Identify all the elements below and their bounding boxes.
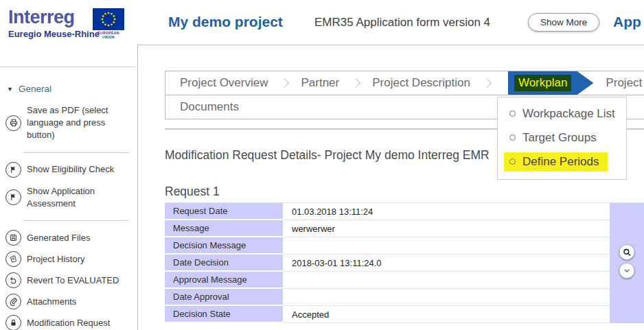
menu-item-workpackage-list[interactable]: Workpackage List	[498, 102, 626, 126]
table-row-value: werwerwer	[283, 220, 610, 237]
table-row-label: Request Date	[165, 203, 283, 220]
sidebar: Save as PDF (select language and press b…	[4, 101, 136, 330]
bullet-icon	[509, 134, 516, 141]
table-row-label: Decision State	[165, 306, 283, 323]
menu-item-define-periods[interactable]: Define Periods	[498, 150, 626, 174]
eu-flag: EUROPEAN UNION	[93, 8, 124, 39]
flag-icon	[5, 189, 21, 205]
logo-subtitle: Euregio Meuse-Rhine	[8, 29, 100, 39]
printer-icon	[5, 115, 21, 131]
table-row-value	[283, 237, 610, 255]
magnifier-icon	[622, 248, 632, 257]
floppy-icon	[5, 230, 21, 246]
table-row-label: Date Decision	[165, 255, 283, 272]
tab-project-description[interactable]: Project Description	[372, 76, 470, 90]
table-row-value	[283, 272, 610, 289]
table-row-label: Message	[165, 220, 283, 237]
tab-partner[interactable]: Partner	[301, 76, 339, 90]
sidebar-item-label: Revert To EVALUATED	[27, 274, 128, 287]
sidebar-item-label: Project History	[27, 253, 128, 266]
sidebar-item-project-history[interactable]: Project History	[5, 251, 136, 268]
eu-flag-icon	[93, 8, 124, 30]
page-title: My demo project	[168, 14, 283, 30]
menu-item-label: Target Groups	[522, 131, 597, 145]
sidebar-item-attachments[interactable]: Attachments	[5, 294, 136, 310]
sidebar-item-save-as-pdf[interactable]: Save as PDF (select language and press b…	[5, 104, 136, 142]
table-row-value: Accepted	[283, 306, 610, 323]
request-details-table: Request Date 01.03.2018 13:11:24 Message…	[165, 202, 644, 323]
sidebar-item-eligibility-check[interactable]: Show Eligibility Check	[5, 162, 136, 178]
menu-item-label: Workpackage List	[522, 107, 615, 121]
sidebar-item-revert-to-evaluated[interactable]: Revert To EVALUATED	[5, 272, 136, 289]
highlighted-menu-item: Define Periods	[504, 152, 608, 172]
tab-documents[interactable]: Documents	[180, 100, 239, 114]
caret-down-icon: ▼	[7, 86, 13, 93]
undo-icon	[5, 272, 21, 288]
collapse-button[interactable]	[619, 263, 635, 279]
workplan-dropdown-menu: Workpackage List Target Groups Define Pe…	[497, 97, 627, 180]
logo-title: Interreg	[8, 8, 100, 27]
tab-project-partial[interactable]: Project	[606, 76, 642, 90]
sidebar-section-label: General	[19, 84, 51, 94]
sidebar-divider	[23, 220, 129, 221]
tab-project-overview[interactable]: Project Overview	[180, 76, 268, 90]
sidebar-item-label: Generated Files	[27, 232, 128, 244]
paperclip-icon	[5, 294, 21, 309]
request-title: Request 1	[165, 185, 220, 199]
chevron-right-icon	[482, 78, 492, 88]
lock-icon	[5, 315, 21, 330]
flag-icon	[5, 162, 21, 178]
bullet-icon	[509, 158, 516, 165]
table-row-label: Date Approval	[165, 289, 283, 306]
menu-item-target-groups[interactable]: Target Groups	[498, 126, 626, 150]
table-row-label: Decision Message	[165, 237, 283, 255]
sidebar-section-general[interactable]: ▼ General	[7, 84, 51, 94]
table-actions-column	[610, 203, 644, 323]
sidebar-item-modification-request[interactable]: Modification Request	[5, 315, 136, 330]
chevron-right-icon	[279, 78, 289, 88]
nav-tab-row-1: Project Overview Partner Project Descrip…	[165, 71, 644, 95]
active-tab-label: Workplan	[514, 75, 572, 91]
magnifier-button[interactable]	[619, 244, 635, 260]
sidebar-item-label: Modification Request	[27, 317, 128, 329]
app-action-link[interactable]: App	[613, 14, 641, 30]
table-row-value: 01.03.2018 13:11:24	[283, 203, 610, 220]
sidebar-item-label: Show Eligibility Check	[27, 163, 128, 176]
eu-flag-label: EUROPEAN UNION	[93, 31, 124, 39]
sidebar-divider	[23, 152, 129, 153]
sidebar-item-label: Save as PDF (select language and press b…	[27, 104, 128, 142]
main-panel: Project Overview Partner Project Descrip…	[137, 45, 644, 330]
sidebar-item-label: Show Application Assessment	[27, 185, 128, 210]
sidebar-item-label: Attachments	[27, 296, 128, 308]
table-row-label: Approval Message	[165, 272, 283, 289]
sidebar-divider-top	[0, 67, 135, 67]
menu-item-label: Define Periods	[522, 155, 599, 169]
chevron-down-icon	[623, 266, 632, 275]
modification-request-heading: Modification Request Details- Project My…	[165, 148, 490, 163]
bullet-icon	[509, 110, 516, 117]
tab-workplan-active[interactable]: Workplan	[508, 71, 594, 95]
table-row-value	[283, 289, 610, 306]
interreg-logo: Interreg Euregio Meuse-Rhine	[8, 8, 100, 39]
history-icon	[5, 251, 21, 267]
sidebar-item-generated-files[interactable]: Generated Files	[5, 230, 136, 246]
table-row-value: 2018-03-01 13:11:24.0	[283, 255, 610, 272]
show-more-button[interactable]: Show More	[528, 13, 599, 32]
form-version-label: EMR35 Application form version 4	[314, 16, 490, 30]
chevron-right-icon	[351, 78, 360, 88]
sidebar-item-application-assessment[interactable]: Show Application Assessment	[5, 185, 136, 210]
